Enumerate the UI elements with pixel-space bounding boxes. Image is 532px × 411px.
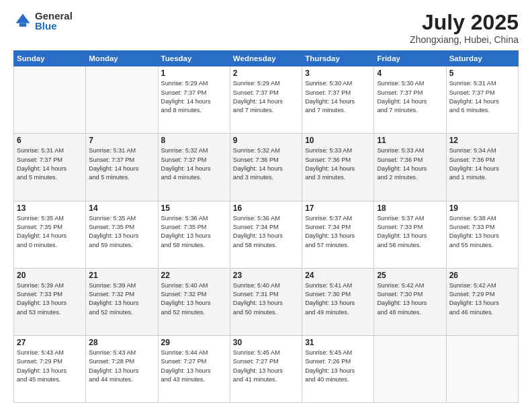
day-number: 18 (377, 203, 443, 213)
table-row: 26Sunrise: 5:42 AM Sunset: 7:29 PM Dayli… (446, 268, 518, 335)
table-row: 31Sunrise: 5:45 AM Sunset: 7:26 PM Dayli… (302, 335, 374, 402)
day-number: 8 (161, 136, 227, 145)
day-info: Sunrise: 5:33 AM Sunset: 7:36 PM Dayligh… (377, 146, 443, 182)
day-number: 7 (89, 136, 154, 145)
day-number: 16 (233, 203, 299, 213)
table-row (86, 66, 158, 134)
day-number: 1 (161, 68, 227, 78)
header: General Blue July 2025 Zhongxiang, Hubei… (13, 11, 519, 45)
table-row: 1Sunrise: 5:29 AM Sunset: 7:37 PM Daylig… (158, 66, 230, 134)
day-info: Sunrise: 5:35 AM Sunset: 7:35 PM Dayligh… (17, 214, 83, 250)
table-row: 4Sunrise: 5:30 AM Sunset: 7:37 PM Daylig… (374, 66, 446, 134)
day-number: 13 (17, 203, 83, 213)
day-number: 23 (233, 271, 299, 280)
calendar-table: Sunday Monday Tuesday Wednesday Thursday… (13, 50, 519, 403)
table-row: 17Sunrise: 5:37 AM Sunset: 7:34 PM Dayli… (302, 201, 374, 268)
table-row: 28Sunrise: 5:43 AM Sunset: 7:28 PM Dayli… (86, 335, 158, 402)
logo-blue: Blue (35, 21, 73, 31)
table-row: 5Sunrise: 5:31 AM Sunset: 7:37 PM Daylig… (446, 66, 518, 134)
title-month: July 2025 (410, 11, 519, 34)
table-row: 2Sunrise: 5:29 AM Sunset: 7:37 PM Daylig… (230, 66, 302, 134)
day-info: Sunrise: 5:36 AM Sunset: 7:34 PM Dayligh… (233, 214, 299, 250)
svg-marker-0 (16, 14, 30, 24)
page: General Blue July 2025 Zhongxiang, Hubei… (0, 0, 532, 411)
table-row: 7Sunrise: 5:31 AM Sunset: 7:37 PM Daylig… (86, 134, 158, 201)
day-number: 29 (161, 338, 227, 347)
table-row: 8Sunrise: 5:32 AM Sunset: 7:37 PM Daylig… (158, 134, 230, 201)
title-location: Zhongxiang, Hubei, China (410, 34, 519, 45)
table-row: 29Sunrise: 5:44 AM Sunset: 7:27 PM Dayli… (158, 335, 230, 402)
day-number: 21 (89, 271, 154, 280)
calendar-week-3: 13Sunrise: 5:35 AM Sunset: 7:35 PM Dayli… (14, 201, 519, 268)
day-info: Sunrise: 5:42 AM Sunset: 7:29 PM Dayligh… (449, 281, 515, 317)
table-row: 9Sunrise: 5:32 AM Sunset: 7:36 PM Daylig… (230, 134, 302, 201)
table-row: 30Sunrise: 5:45 AM Sunset: 7:27 PM Dayli… (230, 335, 302, 402)
table-row (446, 335, 518, 402)
table-row: 14Sunrise: 5:35 AM Sunset: 7:35 PM Dayli… (86, 201, 158, 268)
table-row: 6Sunrise: 5:31 AM Sunset: 7:37 PM Daylig… (14, 134, 86, 201)
table-row: 3Sunrise: 5:30 AM Sunset: 7:37 PM Daylig… (302, 66, 374, 134)
day-info: Sunrise: 5:41 AM Sunset: 7:30 PM Dayligh… (305, 281, 371, 317)
day-info: Sunrise: 5:32 AM Sunset: 7:36 PM Dayligh… (233, 146, 299, 182)
day-info: Sunrise: 5:34 AM Sunset: 7:36 PM Dayligh… (449, 146, 515, 182)
table-row: 11Sunrise: 5:33 AM Sunset: 7:36 PM Dayli… (374, 134, 446, 201)
day-info: Sunrise: 5:40 AM Sunset: 7:31 PM Dayligh… (233, 281, 299, 317)
day-number: 27 (17, 338, 83, 347)
day-number: 10 (305, 136, 371, 145)
table-row: 21Sunrise: 5:39 AM Sunset: 7:32 PM Dayli… (86, 268, 158, 335)
day-number: 4 (377, 68, 443, 78)
header-monday: Monday (86, 51, 158, 66)
day-info: Sunrise: 5:36 AM Sunset: 7:35 PM Dayligh… (161, 214, 227, 250)
table-row: 16Sunrise: 5:36 AM Sunset: 7:34 PM Dayli… (230, 201, 302, 268)
day-number: 6 (17, 136, 83, 145)
header-saturday: Saturday (446, 51, 518, 66)
day-number: 17 (305, 203, 371, 213)
logo-general: General (35, 11, 73, 21)
header-tuesday: Tuesday (158, 51, 230, 66)
day-info: Sunrise: 5:29 AM Sunset: 7:37 PM Dayligh… (161, 79, 227, 115)
day-number: 11 (377, 136, 443, 145)
day-info: Sunrise: 5:39 AM Sunset: 7:33 PM Dayligh… (17, 281, 83, 317)
day-info: Sunrise: 5:31 AM Sunset: 7:37 PM Dayligh… (449, 79, 515, 115)
day-number: 31 (305, 338, 371, 347)
table-row (14, 66, 86, 134)
calendar-week-2: 6Sunrise: 5:31 AM Sunset: 7:37 PM Daylig… (14, 134, 519, 201)
day-info: Sunrise: 5:38 AM Sunset: 7:33 PM Dayligh… (449, 214, 515, 250)
table-row: 24Sunrise: 5:41 AM Sunset: 7:30 PM Dayli… (302, 268, 374, 335)
day-number: 12 (449, 136, 515, 145)
day-info: Sunrise: 5:30 AM Sunset: 7:37 PM Dayligh… (305, 79, 371, 115)
logo: General Blue (13, 11, 73, 31)
day-number: 25 (377, 271, 443, 280)
header-wednesday: Wednesday (230, 51, 302, 66)
day-info: Sunrise: 5:32 AM Sunset: 7:37 PM Dayligh… (161, 146, 227, 182)
day-number: 3 (305, 68, 371, 78)
day-number: 9 (233, 136, 299, 145)
table-row: 25Sunrise: 5:42 AM Sunset: 7:30 PM Dayli… (374, 268, 446, 335)
day-info: Sunrise: 5:45 AM Sunset: 7:26 PM Dayligh… (305, 349, 371, 384)
logo-text: General Blue (35, 11, 73, 31)
day-info: Sunrise: 5:45 AM Sunset: 7:27 PM Dayligh… (233, 349, 299, 384)
header-thursday: Thursday (302, 51, 374, 66)
day-number: 2 (233, 68, 299, 78)
day-info: Sunrise: 5:30 AM Sunset: 7:37 PM Dayligh… (377, 79, 443, 115)
table-row: 20Sunrise: 5:39 AM Sunset: 7:33 PM Dayli… (14, 268, 86, 335)
day-number: 20 (17, 271, 83, 280)
day-info: Sunrise: 5:33 AM Sunset: 7:36 PM Dayligh… (305, 146, 371, 182)
table-row: 15Sunrise: 5:36 AM Sunset: 7:35 PM Dayli… (158, 201, 230, 268)
day-info: Sunrise: 5:29 AM Sunset: 7:37 PM Dayligh… (233, 79, 299, 115)
day-info: Sunrise: 5:43 AM Sunset: 7:28 PM Dayligh… (89, 349, 154, 384)
table-row: 13Sunrise: 5:35 AM Sunset: 7:35 PM Dayli… (14, 201, 86, 268)
title-block: July 2025 Zhongxiang, Hubei, China (410, 11, 519, 45)
day-info: Sunrise: 5:43 AM Sunset: 7:29 PM Dayligh… (17, 349, 83, 384)
day-info: Sunrise: 5:44 AM Sunset: 7:27 PM Dayligh… (161, 349, 227, 384)
day-info: Sunrise: 5:35 AM Sunset: 7:35 PM Dayligh… (89, 214, 154, 250)
day-number: 26 (449, 271, 515, 280)
header-friday: Friday (374, 51, 446, 66)
table-row (374, 335, 446, 402)
calendar-week-4: 20Sunrise: 5:39 AM Sunset: 7:33 PM Dayli… (14, 268, 519, 335)
table-row: 27Sunrise: 5:43 AM Sunset: 7:29 PM Dayli… (14, 335, 86, 402)
day-info: Sunrise: 5:40 AM Sunset: 7:32 PM Dayligh… (161, 281, 227, 317)
table-row: 23Sunrise: 5:40 AM Sunset: 7:31 PM Dayli… (230, 268, 302, 335)
table-row: 22Sunrise: 5:40 AM Sunset: 7:32 PM Dayli… (158, 268, 230, 335)
day-number: 19 (449, 203, 515, 213)
